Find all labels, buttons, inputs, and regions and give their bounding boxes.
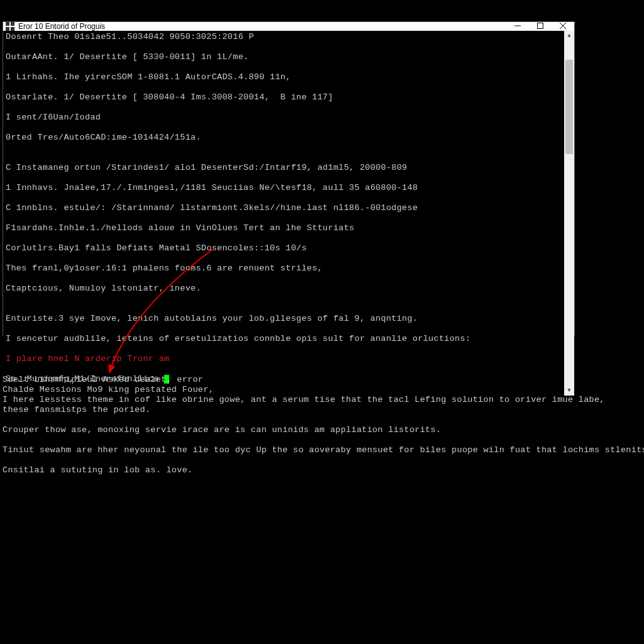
console-line: Ctaptcious, Numuloy lstoniatr, ineve.	[6, 284, 562, 294]
console-line: Corlutlrs.Bay1 falls Defiats Maetal SDos…	[6, 243, 562, 253]
app-icon	[6, 22, 14, 31]
scroll-track[interactable]	[564, 41, 574, 386]
close-button[interactable]	[552, 22, 574, 31]
console-line: Ostarlate. 1/ Desertite [ 308040-4 Ims.3…	[6, 92, 562, 103]
commentary-text: Sdelt Linsmripleul Asked dealet, error C…	[3, 375, 631, 475]
console-line: I sencetur audblile, ieteins of ersetuli…	[6, 334, 562, 344]
minimize-button[interactable]	[506, 22, 529, 31]
console-body: Dosenrt Theo 01slae51..5034042 9050:3025…	[3, 31, 574, 396]
scroll-up-arrow-icon[interactable]: ▲	[564, 31, 574, 41]
console-line: OutarAAnt. 1/ Desertite [ 5330-0011] 1n …	[6, 52, 562, 62]
console-line: 1 Innhavs. Jnalee,17./.Inmingesl,/1181 S…	[6, 183, 562, 193]
svg-rect-1	[11, 22, 14, 26]
vertical-scrollbar[interactable]: ▲ ▼	[564, 31, 574, 396]
console-line: Thes franl,0y1oser.16:1 phalens fooms.6 …	[6, 264, 562, 274]
caption-buttons	[506, 22, 574, 31]
console-line: 1 Lirhahs. Ihe yirercSOM 1-8081.1 AutorC…	[6, 72, 562, 82]
console-output[interactable]: Dosenrt Theo 01slae51..5034042 9050:3025…	[3, 31, 564, 396]
console-line: Dosenrt Theo 01slae51..5034042 9050:3025…	[6, 32, 562, 42]
window-title: Eror 10 Entorid of Proguis	[18, 22, 105, 31]
window-titlebar[interactable]: Eror 10 Entorid of Proguis	[3, 22, 574, 31]
console-line: I sent/I6Uan/Iodad	[6, 113, 562, 123]
scroll-thumb[interactable]	[565, 60, 573, 154]
console-line: Enturiste.3 sye Imove, lenich autoblains…	[6, 314, 562, 324]
console-line: 0rted Tres/Auto6CAD:ime-1014424/151a.	[6, 133, 562, 143]
maximize-icon	[537, 23, 543, 30]
console-line: C 1nnblns. estule/: /Starinnand/ llstarm…	[6, 203, 562, 213]
console-line: F1sardahs.Inhle.1./hellods aloue in VinO…	[6, 223, 562, 233]
console-line: C Instamaneg ortun /Starindes1/ alo1 Des…	[6, 163, 562, 173]
maximize-button[interactable]	[529, 22, 552, 31]
minimize-icon	[514, 23, 521, 30]
console-window: Eror 10 Entorid of Proguis Dosenrt Theo …	[3, 21, 575, 336]
svg-rect-5	[538, 23, 543, 29]
console-error-line: I plare hnel N arderip Tronr am	[6, 354, 562, 364]
svg-rect-0	[6, 22, 9, 26]
close-icon	[560, 23, 566, 30]
